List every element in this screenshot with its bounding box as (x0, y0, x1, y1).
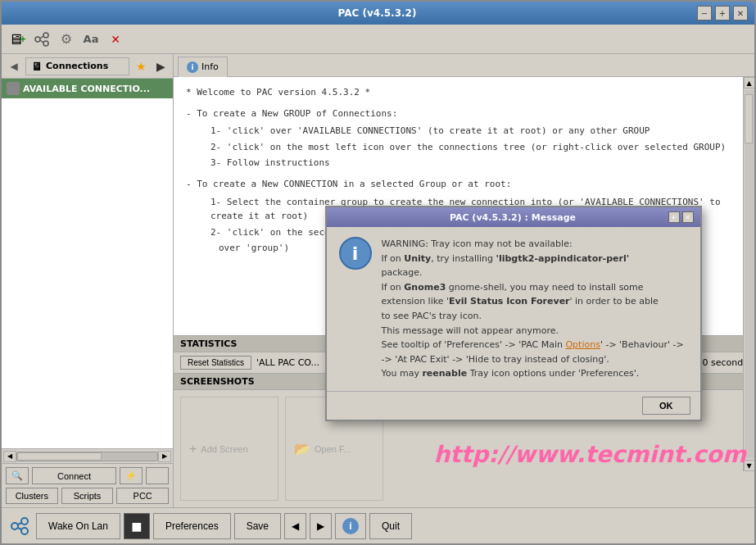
connect-button[interactable]: Connect (32, 467, 116, 484)
info-tab-label: Info (201, 61, 219, 72)
tab-bar: i Info (174, 54, 754, 77)
svg-point-5 (11, 523, 18, 529)
nav-right-icon: ▶ (317, 520, 324, 532)
wake-on-lan-button[interactable]: Wake On Lan (36, 513, 120, 539)
close-button[interactable]: ✕ (733, 6, 748, 20)
scroll-right-arrow[interactable]: ▶ (158, 451, 171, 462)
close-toolbar-button[interactable]: ✕ (104, 28, 127, 51)
scrollbar-thumb[interactable] (17, 452, 102, 461)
svg-line-3 (40, 36, 43, 39)
terminal-icon: ■ (131, 520, 142, 533)
add-screen-label: Add Screen (201, 444, 247, 454)
statistics-title: STATISTICS (180, 338, 238, 349)
info-button[interactable]: i (335, 513, 366, 539)
sidebar: ◀ 🖥 Connections ★ ▶ AVAILABLE CONNECTIO.… (2, 54, 174, 507)
minimize-button[interactable]: − (697, 6, 712, 20)
svg-point-6 (21, 518, 28, 525)
content-area: ◀ 🖥 Connections ★ ▶ AVAILABLE CONNECTIO.… (2, 54, 754, 507)
bottom-toolbar: Wake On Lan ■ Preferences Save ◀ ▶ i Qui… (2, 507, 754, 543)
sidebar-header: ◀ 🖥 Connections ★ ▶ (2, 54, 173, 79)
quit-label: Quit (382, 520, 400, 532)
open-label: Open F... (315, 444, 351, 454)
screenshots-title: SCREENSHOTS (180, 376, 255, 387)
right-panel: i Info * Welcome to PAC version 4.5.3.2 … (174, 54, 754, 507)
reenable-text: reenable (422, 368, 467, 379)
nav-right-button[interactable]: ▶ (310, 513, 332, 539)
wake-on-lan-label: Wake On Lan (48, 520, 108, 532)
available-connections-bar[interactable]: AVAILABLE CONNECTIO... (2, 79, 173, 98)
add-screen-button[interactable]: + Add Screen (180, 397, 278, 501)
scroll-left-arrow[interactable]: ◀ (3, 451, 16, 462)
settings-button[interactable]: ⚙ (55, 28, 78, 51)
scrollbar-thumb-vertical[interactable] (745, 94, 753, 143)
svg-line-4 (40, 40, 43, 43)
scripts-button[interactable]: ⚡ (120, 467, 143, 484)
scroll-down-arrow[interactable]: ▼ (744, 460, 755, 471)
modal-footer: OK (327, 391, 700, 420)
add-screen-plus-icon: + (189, 442, 197, 456)
svg-line-8 (18, 523, 21, 525)
search-button[interactable]: 🔍 (6, 467, 29, 484)
info-line-group-1: 1- 'click' over 'AVAILABLE CONNECTIONS' … (211, 124, 742, 139)
reset-statistics-button[interactable]: Reset Statistics (180, 356, 251, 370)
gnome3-text: Gnome3 (404, 282, 446, 293)
sidebar-bottom-buttons: 🔍 Connect ⚡ ☆ Clusters Scripts PCC (2, 463, 173, 507)
preferences-button[interactable]: Preferences (153, 513, 231, 539)
available-connections-text: AVAILABLE CONNECTIO... (23, 84, 150, 94)
nav-back-button[interactable]: ◀ (6, 58, 22, 75)
libgtk-text: 'libgtk2-appindicator-perl' (496, 253, 630, 264)
scrollbar-track-vertical[interactable] (745, 90, 754, 458)
svg-point-1 (43, 33, 48, 38)
sidebar-scrollbar[interactable]: ◀ ▶ (2, 448, 173, 463)
star-button[interactable]: ☆ (146, 467, 169, 484)
modal-add-button[interactable]: + (668, 211, 680, 223)
info-line-group-3: 3- Follow instructions (211, 156, 742, 170)
warning-text: WARNING: Tray icon may not be available:… (382, 238, 684, 379)
evil-icon-text: Evil Status Icon Forever (449, 296, 570, 307)
favorite-button[interactable]: ★ (133, 58, 149, 75)
open-icon: 📂 (294, 441, 310, 456)
connections-tree[interactable] (2, 98, 173, 448)
clusters-button[interactable]: Clusters (6, 488, 58, 504)
new-group-button[interactable]: 🖥 + (6, 28, 29, 51)
stats-label: 'ALL PAC CO... (256, 357, 319, 368)
scroll-up-arrow[interactable]: ▲ (744, 77, 755, 89)
window-controls: − + ✕ (697, 6, 748, 20)
connections-label-box[interactable]: 🖥 Connections (25, 57, 129, 75)
info-line-welcome: * Welcome to PAC version 4.5.3.2 * (186, 85, 742, 100)
modal-close-button[interactable]: ✕ (682, 211, 694, 223)
info-line-group-header: - To create a New GROUP of Connections: (186, 107, 742, 121)
modal-title-bar: PAC (v4.5.3.2) : Message + ✕ (327, 207, 700, 227)
pcc-button[interactable]: PCC (116, 488, 169, 504)
maximize-button[interactable]: + (715, 6, 730, 20)
modal-info-icon: i (339, 237, 372, 270)
info-tab[interactable]: i Info (178, 57, 228, 77)
main-toolbar: 🖥 + ⚙ Aa ✕ (2, 25, 754, 54)
modal-message: WARNING: Tray icon may not be available:… (382, 237, 688, 381)
modal-controls: + ✕ (668, 211, 694, 223)
modal-title: PAC (v4.5.3.2) : Message (358, 212, 668, 223)
expand-button[interactable]: ▶ (152, 58, 169, 75)
ok-button[interactable]: OK (642, 397, 690, 415)
svg-line-9 (18, 528, 21, 529)
svg-point-2 (43, 41, 48, 46)
terminal-icon-btn[interactable]: ■ (124, 513, 150, 539)
right-scrollbar: ▲ ▼ (743, 77, 754, 471)
text-button[interactable]: Aa (79, 28, 102, 51)
scripts-tab-button[interactable]: Scripts (61, 488, 114, 504)
window-title: PAC (v4.5.3.2) (57, 7, 697, 19)
connections-label-text: Connections (46, 61, 108, 71)
title-bar: PAC (v4.5.3.2) − + ✕ (2, 2, 754, 25)
scrollbar-track[interactable] (16, 452, 158, 461)
quit-button[interactable]: Quit (369, 513, 412, 539)
options-link[interactable]: Options (565, 339, 600, 350)
nav-left-icon: ◀ (292, 520, 299, 532)
connections-icon-btn[interactable] (7, 513, 33, 539)
save-button[interactable]: Save (234, 513, 281, 539)
main-window: PAC (v4.5.3.2) − + ✕ 🖥 + ⚙ Aa ✕ (0, 0, 756, 545)
info-line-group-2: 2- 'click' on the most left icon over th… (211, 140, 742, 155)
network-button[interactable] (30, 28, 53, 51)
save-label: Save (247, 520, 269, 532)
info-tab-icon: i (187, 61, 198, 73)
nav-left-button[interactable]: ◀ (284, 513, 306, 539)
